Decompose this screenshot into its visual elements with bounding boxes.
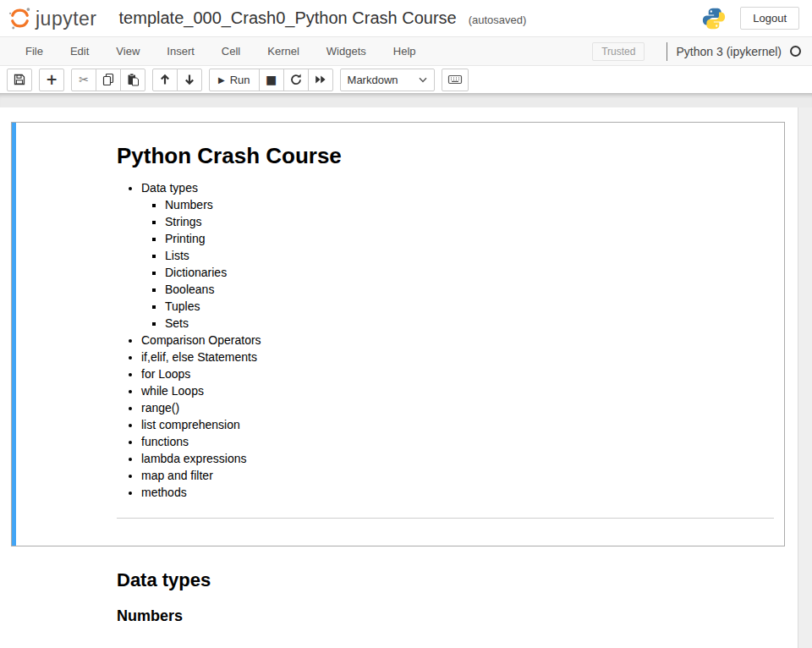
jupyter-notebook-app: jupyter template_000_Crash0_Python Crash…	[0, 0, 812, 648]
run-button[interactable]: ▶ Run	[209, 69, 260, 91]
notebook-title[interactable]: template_000_Crash0_Python Crash Course	[119, 8, 457, 28]
list-item: Booleans	[165, 281, 774, 298]
menu-cell[interactable]: Cell	[208, 37, 254, 65]
list-item-label: Dictionaries	[165, 266, 227, 279]
section-heading: Data types	[117, 569, 774, 590]
kernel-divider	[667, 42, 667, 61]
list-item: Sets	[165, 315, 774, 332]
list-item-label: methods	[141, 486, 187, 499]
menu-view[interactable]: View	[102, 37, 153, 65]
command-palette-button[interactable]	[442, 69, 469, 91]
list-item-label: Booleans	[165, 283, 214, 296]
cell-type-value: Markdown	[348, 74, 419, 86]
list-item-label: Printing	[165, 232, 205, 245]
arrow-up-icon	[158, 73, 172, 86]
list-item: lambda expressions	[141, 450, 774, 467]
save-button[interactable]	[7, 69, 32, 91]
notebook-container: Python Crash Course Data types Numbers S…	[0, 122, 798, 636]
list-item-label: range()	[141, 401, 179, 415]
cell-type-dropdown[interactable]: Markdown	[340, 69, 435, 91]
paste-clipboard-icon	[126, 73, 140, 86]
list-item: methods	[141, 484, 774, 501]
chevron-down-icon	[419, 77, 427, 83]
list-item: list comprehension	[141, 416, 774, 433]
menu-insert[interactable]: Insert	[153, 37, 208, 65]
restart-run-all-button[interactable]	[308, 69, 333, 91]
list-item-label: functions	[141, 435, 189, 448]
paste-cell-button[interactable]	[120, 69, 145, 91]
menu-edit[interactable]: Edit	[57, 37, 102, 65]
jupyter-logo[interactable]: jupyter	[8, 6, 97, 30]
kernel-idle-icon	[790, 46, 801, 57]
list-item-label: Sets	[165, 316, 189, 330]
markdown-cell-data-types[interactable]: Data types Numbers	[11, 546, 785, 636]
list-item-label: Data types	[141, 181, 198, 195]
toc-list: Data types Numbers Strings Printing List…	[117, 179, 774, 501]
move-cell-up-button[interactable]	[152, 69, 178, 91]
list-item-label: Lists	[165, 249, 189, 262]
add-cell-button[interactable]: +	[39, 69, 64, 91]
list-item-label: Strings	[165, 215, 202, 228]
keyboard-icon	[447, 73, 463, 86]
list-item-label: list comprehension	[141, 418, 240, 431]
stop-icon: ■	[266, 74, 277, 85]
list-item-label: Numbers	[165, 198, 213, 211]
play-icon: ▶	[218, 75, 225, 85]
horizontal-rule	[117, 518, 774, 519]
move-cell-down-button[interactable]	[177, 69, 202, 91]
list-item-label: for Loops	[141, 367, 190, 381]
list-item-label: map and filter	[141, 469, 213, 482]
page-title: Python Crash Course	[117, 145, 774, 167]
list-item: Dictionaries	[165, 264, 774, 281]
kernel-name: Python 3 (ipykernel)	[676, 45, 782, 58]
autosave-status: (autosaved)	[469, 14, 527, 26]
trusted-badge[interactable]: Trusted	[592, 42, 645, 61]
cell-prompt-area	[16, 127, 111, 541]
jupyter-logo-text: jupyter	[36, 8, 97, 30]
markdown-rendered-content: Python Crash Course Data types Numbers S…	[111, 127, 780, 541]
list-item: Printing	[165, 230, 774, 247]
logout-button[interactable]: Logout	[740, 7, 799, 30]
run-label: Run	[230, 74, 250, 86]
cell-prompt-area	[16, 552, 111, 631]
menu-file[interactable]: File	[12, 37, 57, 65]
restart-kernel-button[interactable]	[283, 69, 309, 91]
cut-cell-button[interactable]: ✂	[71, 69, 96, 91]
menu-widgets[interactable]: Widgets	[313, 37, 380, 65]
list-item: Data types Numbers Strings Printing List…	[141, 179, 774, 332]
list-item: while Loops	[141, 382, 774, 399]
list-item: Lists	[165, 247, 774, 264]
toolbar: + ✂	[0, 66, 812, 94]
jupyter-logo-icon	[8, 7, 31, 30]
list-item-label: lambda expressions	[141, 452, 247, 465]
menu-help[interactable]: Help	[380, 37, 430, 65]
toc-sublist: Numbers Strings Printing Lists Dictionar…	[141, 196, 774, 332]
fast-forward-icon	[314, 73, 327, 86]
list-item-label: Tuples	[165, 299, 200, 313]
list-item: for Loops	[141, 365, 774, 382]
markdown-cell-toc[interactable]: Python Crash Course Data types Numbers S…	[11, 122, 785, 546]
list-item-label: if,elif, else Statements	[141, 350, 257, 364]
list-item: range()	[141, 399, 774, 416]
menu-kernel[interactable]: Kernel	[254, 37, 313, 65]
arrow-down-icon	[183, 73, 196, 86]
subsection-heading: Numbers	[117, 607, 774, 625]
python-logo-icon	[701, 6, 727, 31]
list-item: Comparison Operators	[141, 332, 774, 349]
interrupt-kernel-button[interactable]: ■	[259, 69, 284, 91]
list-item-label: Comparison Operators	[141, 333, 261, 347]
header-shadow-band	[0, 94, 812, 107]
copy-cell-button[interactable]	[96, 69, 121, 91]
plus-icon: +	[46, 73, 58, 87]
restart-refresh-icon	[289, 73, 303, 86]
list-item: Tuples	[165, 298, 774, 315]
scissors-cut-icon: ✂	[79, 74, 89, 85]
list-item: if,elif, else Statements	[141, 349, 774, 365]
header: jupyter template_000_Crash0_Python Crash…	[0, 0, 812, 37]
menubar: File Edit View Insert Cell Kernel Widget…	[0, 37, 812, 66]
vertical-scrollbar[interactable]	[798, 107, 812, 648]
list-item: map and filter	[141, 467, 774, 484]
notebook-area: Python Crash Course Data types Numbers S…	[0, 107, 812, 648]
markdown-rendered-content: Data types Numbers	[111, 552, 780, 631]
list-item: Numbers	[165, 196, 774, 213]
